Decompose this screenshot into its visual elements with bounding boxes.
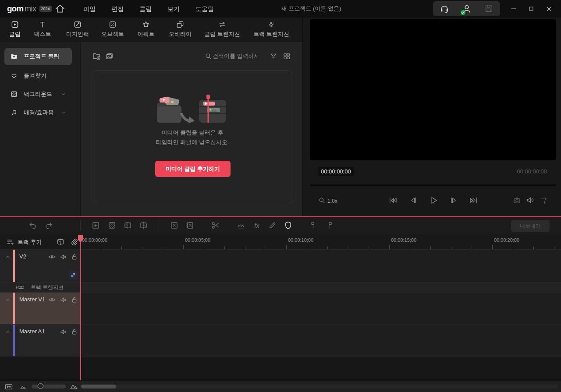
current-timecode[interactable]: 00:00:00;00 [318,167,354,176]
add-clip-button[interactable] [91,221,101,230]
menu-help[interactable]: 도움말 [188,0,222,18]
move-to-track-button[interactable]: 1 [540,196,548,204]
tab-clip-transition[interactable]: 클립 트랜지션 [202,20,243,38]
tab-designpack[interactable]: 디자인팩 [63,20,92,38]
sidebar-item-project-clips[interactable]: 프로젝트 클립 [4,48,72,65]
ripple-delete-button[interactable] [185,221,195,230]
maximize-button[interactable] [522,0,540,18]
insert-left-button[interactable] [123,221,133,230]
timeline-bottombar [0,380,561,392]
home-button[interactable] [54,3,66,14]
marker-in-button[interactable] [309,221,319,230]
track-v2-lane[interactable] [80,250,561,283]
tab-text[interactable]: 텍스트 [31,20,54,38]
redo-button[interactable] [44,221,53,230]
zoom-out-mountain-icon[interactable] [20,384,26,390]
edit-pencil-button[interactable] [268,221,277,230]
tab-overlay[interactable]: 오버레이 [167,20,193,38]
ruler-tick [369,247,369,249]
preview-zoom-icon[interactable] [318,197,326,204]
support-headset-button[interactable] [439,4,450,14]
delete-clip-button[interactable] [170,221,179,230]
close-button[interactable] [540,0,557,18]
tab-effect[interactable]: 이펙트 [134,20,158,38]
add-track-icon[interactable] [6,238,14,246]
export-button[interactable]: 내보내기 [511,220,550,232]
add-media-clip-button[interactable]: 미디어 클립 추가하기 [155,161,231,177]
save-project-button[interactable] [484,4,494,14]
speed-button[interactable] [236,221,246,230]
track-name: Master V1 [19,296,45,303]
track-master-v1-lane[interactable] [80,293,561,325]
go-to-start-button[interactable] [388,196,398,205]
track-master-a1-lane[interactable] [80,325,561,357]
ruler-tick [410,247,410,249]
track-v2-header[interactable]: V2 [0,250,80,283]
track-mute-speaker-icon[interactable] [60,253,67,261]
sidebar-item-bgm-sfx[interactable]: 배경/효과음 [4,106,75,119]
previous-frame-button[interactable] [408,196,418,205]
track-master-a1-header[interactable]: Master A1 [0,325,80,357]
insert-mode-icon[interactable] [56,237,65,246]
split-clip-button[interactable] [211,221,220,230]
preview-zoom-level[interactable]: 1.0x [327,198,337,204]
marker-out-button[interactable] [325,221,335,230]
menu-edit[interactable]: 편집 [103,0,131,18]
volume-button[interactable] [526,196,535,205]
snap-toggle-icon[interactable] [70,237,79,246]
track-mute-speaker-icon[interactable] [60,296,67,304]
undo-button[interactable] [28,221,38,230]
collapse-track-icon[interactable] [4,254,11,260]
ruler-tick [348,247,348,249]
minimize-button[interactable] [505,0,522,18]
ruler-tick [472,247,472,249]
timeline-hscroll[interactable] [80,385,558,388]
fit-timeline-icon[interactable] [4,382,13,391]
collapse-track-icon[interactable] [4,328,11,335]
menu-file[interactable]: 파일 [75,0,103,18]
track-transition-quick-button[interactable] [69,271,78,279]
search-input[interactable] [212,52,258,61]
add-track-label[interactable]: 트랙 추가 [18,238,42,246]
filter-icon[interactable] [270,53,277,60]
edit-toolbar: fx 내보내기 [0,217,561,234]
media-gallery-icon[interactable] [105,52,114,60]
shield-button[interactable] [284,221,293,230]
next-frame-button[interactable] [449,196,458,205]
preview-seekbar[interactable] [310,184,556,186]
import-media-icon[interactable] [92,52,101,61]
overwrite-clip-button[interactable] [107,221,117,230]
timeline-hscroll-thumb[interactable] [81,385,116,388]
track-master-v1-header[interactable]: Master V1 [0,293,80,325]
sidebar-item-favorites[interactable]: 즐겨찾기 [4,69,75,82]
sidebar-item-background[interactable]: 백그라운드 [4,88,75,101]
track-lock-icon[interactable] [71,328,78,335]
track-visibility-eye-icon[interactable] [48,253,56,261]
track-lock-icon[interactable] [71,296,78,304]
playhead-line[interactable] [80,235,81,380]
menu-view[interactable]: 보기 [160,0,188,18]
effects-fx-button[interactable]: fx [251,221,263,230]
menu-clip[interactable]: 클립 [131,0,160,18]
play-button[interactable] [429,195,439,205]
zoom-in-mountain-icon[interactable] [69,382,78,391]
track-visibility-eye-icon[interactable] [48,296,56,304]
tab-track-transition[interactable]: 트랙 트랜지션 [251,20,292,38]
track-lock-icon[interactable] [71,253,78,261]
collapse-track-icon[interactable] [4,297,11,303]
track-transition-header[interactable]: 트랙 트랜지션 [0,283,80,293]
account-button[interactable] [462,4,472,14]
chevron-down-icon[interactable] [60,91,67,97]
view-grid-icon[interactable] [283,52,291,60]
insert-right-button[interactable] [139,221,149,230]
snapshot-camera-button[interactable] [513,196,521,205]
go-to-end-button[interactable] [469,196,478,205]
tab-object[interactable]: 오브젝트 [98,20,127,38]
chevron-down-icon[interactable] [60,109,67,116]
timeline-zoom-knob[interactable] [38,383,43,389]
track-name: V2 [19,253,26,260]
track-transition-lane[interactable] [80,283,561,293]
track-mute-speaker-icon[interactable] [60,328,67,335]
timeline-zoom-slider[interactable] [32,385,66,388]
tab-clip[interactable]: 클립 [5,20,25,38]
